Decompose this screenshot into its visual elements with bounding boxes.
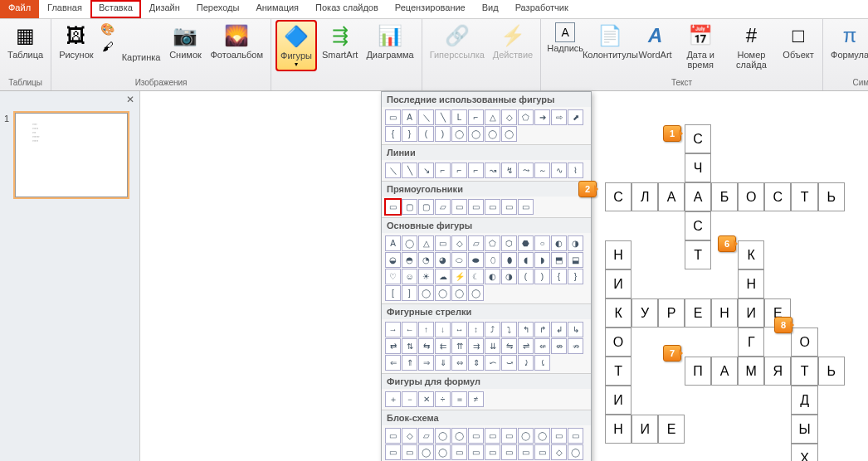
shape-option[interactable]: ▭ [402, 444, 417, 460]
shape-option[interactable]: ⇔ [451, 355, 467, 371]
shape-option[interactable]: ◯ [418, 444, 434, 460]
shape-option[interactable]: ╲ [435, 109, 451, 125]
shape-option[interactable]: [ [385, 285, 401, 301]
slidenumber-button[interactable]: #Номер слайда [727, 21, 776, 71]
shape-option[interactable]: ⇏ [568, 338, 583, 354]
shape-option[interactable]: ◐ [485, 269, 500, 284]
shape-option[interactable]: ⇎ [551, 338, 567, 354]
shape-option[interactable]: } [568, 269, 583, 284]
shape-option[interactable]: ⇄ [385, 338, 401, 354]
shape-option[interactable]: ↘ [418, 163, 434, 178]
wordart-button[interactable]: AWordArt [636, 21, 675, 61]
shape-option[interactable]: ◯ [534, 428, 550, 444]
shape-option[interactable]: L [451, 109, 467, 125]
shape-option[interactable]: ↰ [518, 322, 534, 337]
tab-insert[interactable]: Вставка [90, 0, 141, 18]
shape-option[interactable]: ↯ [501, 163, 517, 178]
shape-option[interactable]: ▱ [435, 199, 451, 215]
shape-option[interactable]: ↕ [468, 322, 484, 337]
shape-option[interactable]: ◑ [568, 235, 583, 251]
shape-option[interactable]: ⤸ [518, 355, 534, 371]
shape-option[interactable]: ⌐ [451, 163, 467, 178]
shape-option[interactable]: ↓ [435, 322, 451, 337]
shape-option[interactable]: ⬬ [468, 252, 484, 268]
equation-button[interactable]: πФормула [828, 21, 868, 61]
shape-option[interactable]: ◑ [501, 269, 517, 284]
datetime-button[interactable]: 📅Дата и время [678, 21, 724, 71]
shape-option[interactable]: ⤴ [485, 322, 500, 337]
shape-option[interactable]: ⇅ [402, 338, 417, 354]
shape-option[interactable]: ← [402, 322, 417, 337]
shape-option[interactable]: ⤺ [485, 355, 500, 371]
shape-option[interactable]: ＼ [385, 163, 401, 178]
shape-option[interactable]: ⬮ [501, 252, 517, 268]
shape-option[interactable]: ( [518, 269, 534, 284]
shape-option[interactable]: ◐ [551, 235, 567, 251]
shape-option[interactable]: ⇓ [435, 355, 451, 371]
shape-option[interactable]: ▭ [385, 428, 401, 444]
shape-option[interactable]: ⬡ [501, 235, 517, 251]
shape-option[interactable]: ⤵ [501, 322, 517, 337]
shape-option[interactable]: ◗ [534, 252, 550, 268]
close-panel-icon[interactable]: ✕ [126, 94, 134, 105]
tab-view[interactable]: Вид [474, 0, 507, 18]
shape-option[interactable]: ▭ [501, 444, 517, 460]
shape-option[interactable]: ▭ [518, 199, 534, 215]
shape-option[interactable]: ▭ [435, 235, 451, 251]
shape-option[interactable]: ⇒ [418, 355, 434, 371]
tab-review[interactable]: Рецензирование [387, 0, 474, 18]
shape-option[interactable]: ◯ [568, 444, 583, 460]
clipart-small-icon2[interactable]: 🖌 [100, 38, 116, 55]
shape-option[interactable]: ▭ [451, 444, 467, 460]
tab-slideshow[interactable]: Показ слайдов [307, 0, 387, 18]
chart-button[interactable]: 📊Диаграмма [363, 21, 416, 61]
shape-option[interactable]: ◇ [451, 235, 467, 251]
tab-developer[interactable]: Разработчик [507, 0, 577, 18]
shape-option[interactable]: ✕ [418, 391, 434, 407]
shape-option[interactable]: ⤳ [518, 163, 534, 178]
shape-option[interactable]: ▭ [485, 199, 500, 215]
shape-option[interactable]: ▭ [501, 428, 517, 444]
shape-option[interactable]: ▭ [534, 444, 550, 460]
shape-option[interactable]: ⬠ [518, 109, 534, 125]
shape-option[interactable]: ( [418, 126, 434, 142]
shape-option[interactable]: ▭ [468, 444, 484, 460]
shape-option[interactable]: ☁ [435, 269, 451, 284]
shape-option[interactable]: ▢ [418, 199, 434, 215]
shape-option[interactable]: △ [485, 109, 500, 125]
shape-option[interactable]: ▭ [485, 428, 500, 444]
shape-option[interactable]: ☺ [402, 269, 417, 284]
shape-option[interactable]: A [402, 109, 417, 125]
shape-option[interactable]: ○ [534, 235, 550, 251]
shape-option[interactable]: { [385, 126, 401, 142]
shape-option[interactable]: ↝ [485, 163, 500, 178]
shape-option[interactable]: ◯ [435, 428, 451, 444]
tab-transitions[interactable]: Переходы [188, 0, 248, 18]
shape-option[interactable]: ◯ [451, 285, 467, 301]
tab-design[interactable]: Дизайн [141, 0, 188, 18]
table-button[interactable]: ▦Таблица [5, 21, 46, 61]
tab-home[interactable]: Главная [39, 0, 90, 18]
shape-option[interactable]: △ [418, 235, 434, 251]
shape-option[interactable]: ≠ [468, 391, 484, 407]
shape-option[interactable]: ◇ [551, 444, 567, 460]
shape-option[interactable]: ⬈ [568, 109, 583, 125]
smartart-button[interactable]: ⇶SmartArt [319, 21, 360, 61]
shape-option[interactable]: ÷ [435, 391, 451, 407]
shape-option[interactable]: ⌐ [468, 163, 484, 178]
shape-option[interactable]: ⇐ [385, 355, 401, 371]
shape-option[interactable]: ▭ [468, 199, 484, 215]
shape-option[interactable]: ▭ [385, 444, 401, 460]
shape-option[interactable]: ◯ [518, 428, 534, 444]
shape-option[interactable]: { [551, 269, 567, 284]
shape-option[interactable]: A [385, 235, 401, 251]
shape-option[interactable]: ↑ [418, 322, 434, 337]
textbox-button[interactable]: AНадпись [546, 21, 584, 55]
shape-option[interactable]: ▭ [385, 199, 401, 215]
shape-option[interactable]: ╲ [402, 163, 417, 178]
shape-option[interactable]: ▭ [385, 109, 401, 125]
shape-option[interactable]: ▭ [501, 199, 517, 215]
shape-option[interactable]: ＋ [385, 391, 401, 407]
shape-option[interactable]: ◯ [485, 126, 500, 142]
shape-option[interactable]: ▭ [518, 444, 534, 460]
